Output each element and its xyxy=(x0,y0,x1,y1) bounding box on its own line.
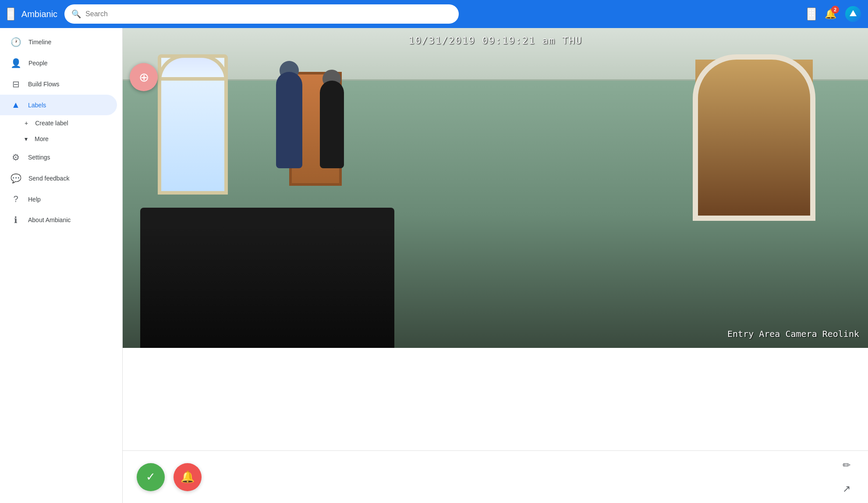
build-flows-icon: ⊟ xyxy=(11,79,21,89)
sidebar-item-settings[interactable]: ⚙ Settings xyxy=(0,147,117,168)
sidebar-item-label: Help xyxy=(28,196,41,203)
plus-icon: + xyxy=(25,120,28,127)
people-icon: 👤 xyxy=(11,58,21,68)
timeline-icon: 🕐 xyxy=(11,37,21,47)
sidebar-item-more[interactable]: ▾ More xyxy=(0,131,122,147)
camera-label: Entry Area Camera Reolink xyxy=(727,329,859,339)
chevron-up-icon: ▲ xyxy=(11,100,21,110)
search-bar: 🔍 xyxy=(64,4,459,24)
left-window xyxy=(158,54,228,195)
header: ≡ Ambianic 🔍 ⠿ 🔔 2 xyxy=(0,0,868,28)
confirm-button[interactable]: ✓ xyxy=(137,463,165,491)
notifications-button[interactable]: 🔔 2 xyxy=(825,8,836,20)
sidebar-item-help[interactable]: ? Help xyxy=(0,189,117,209)
sofa xyxy=(140,225,394,348)
sidebar-item-build-flows[interactable]: ⊟ Build Flows xyxy=(0,74,117,95)
feedback-icon: 💬 xyxy=(11,173,21,184)
sidebar-item-label: Build Flows xyxy=(28,81,60,88)
window-arch xyxy=(158,54,228,81)
search-icon: 🔍 xyxy=(71,9,81,19)
menu-button[interactable]: ≡ xyxy=(7,7,14,21)
sidebar-item-labels[interactable]: ▲ Labels xyxy=(0,95,117,115)
target-icon: ⊕ xyxy=(139,70,149,85)
edit-button[interactable]: ✏ xyxy=(839,456,854,475)
help-icon: ? xyxy=(11,194,21,204)
action-icon-group: ✏ ↗ xyxy=(839,456,854,498)
sidebar-item-label: About Ambianic xyxy=(28,216,71,223)
sidebar-item-label: Create label xyxy=(35,120,68,127)
sidebar-item-label: Send feedback xyxy=(28,175,69,182)
sidebar-item-create-label[interactable]: + Create label xyxy=(0,115,122,131)
checkmark-icon: ✓ xyxy=(146,470,156,484)
header-right: ⠿ 🔔 2 xyxy=(807,6,861,22)
settings-icon: ⚙ xyxy=(11,152,21,163)
doorway-arch xyxy=(693,54,815,221)
sidebar-item-send-feedback[interactable]: 💬 Send feedback xyxy=(0,168,117,189)
camera-background xyxy=(123,28,868,348)
sidebar-item-label: More xyxy=(35,135,49,142)
sidebar-item-timeline[interactable]: 🕐 Timeline xyxy=(0,32,117,53)
share-button[interactable]: ↗ xyxy=(839,480,854,498)
avatar-icon xyxy=(850,10,857,16)
person2-body xyxy=(320,81,344,168)
sidebar-item-people[interactable]: 👤 People xyxy=(0,53,117,74)
share-icon: ↗ xyxy=(843,483,850,495)
info-icon: ℹ xyxy=(11,215,21,225)
header-left: ≡ Ambianic xyxy=(7,7,57,21)
user-avatar[interactable] xyxy=(845,6,861,22)
camera-timestamp: 10/31/2019 09:19:21 am THU xyxy=(408,35,582,46)
camera-feed: 10/31/2019 09:19:21 am THU Entry Area Ca… xyxy=(123,28,868,348)
sidebar-item-label: Timeline xyxy=(28,39,51,46)
main-content: 10/31/2019 09:19:21 am THU Entry Area Ca… xyxy=(123,28,868,503)
edit-icon: ✏ xyxy=(843,460,850,471)
notification-badge: 2 xyxy=(831,6,839,14)
sidebar: 🕐 Timeline 👤 People ⊟ Build Flows ▲ Labe… xyxy=(0,28,123,503)
target-fab[interactable]: ⊕ xyxy=(130,63,158,91)
sidebar-item-label: People xyxy=(28,60,48,67)
sidebar-item-about[interactable]: ℹ About Ambianic xyxy=(0,209,117,230)
sidebar-item-label: Labels xyxy=(28,102,46,109)
bell-icon: 🔔 xyxy=(181,470,195,484)
action-bar: ✓ 🔔 ✏ ↗ xyxy=(123,450,868,503)
app-title: Ambianic xyxy=(21,9,57,19)
alert-button[interactable]: 🔔 xyxy=(174,463,202,491)
grid-button[interactable]: ⠿ xyxy=(807,7,816,21)
chevron-down-icon: ▾ xyxy=(25,135,28,142)
person1-body xyxy=(276,72,302,168)
search-input[interactable] xyxy=(85,10,452,18)
sidebar-item-label: Settings xyxy=(28,154,50,161)
